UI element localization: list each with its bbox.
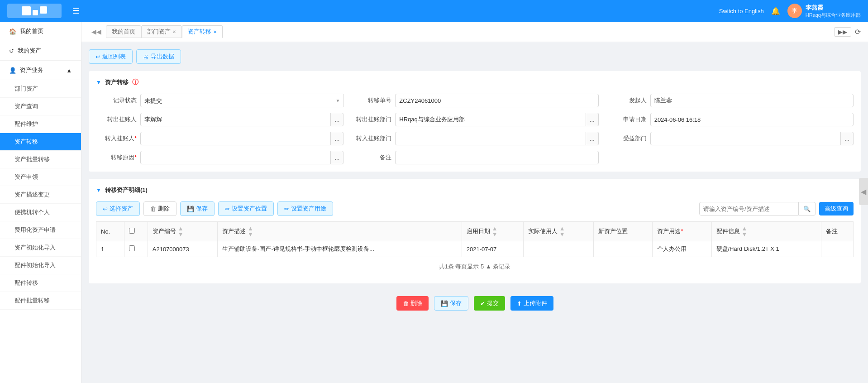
remark-input[interactable] (395, 151, 598, 164)
set-usage-button[interactable]: ✏ 设置资产用途 (277, 201, 333, 216)
initiator-input[interactable] (650, 94, 854, 107)
select-all-checkbox[interactable] (129, 228, 135, 234)
select-asset-button[interactable]: ↩ 选择资产 (96, 201, 140, 216)
section-collapse-icon[interactable]: ▼ (96, 79, 101, 86)
sidebar-item-init-import[interactable]: 资产初始化导入 (0, 239, 81, 257)
set-location-button[interactable]: ✏ 设置资产位置 (218, 201, 274, 216)
sidebar-item-portable-personal[interactable]: 便携机转个人 (0, 204, 81, 221)
user-info[interactable]: 李 李燕霞 HRaqq与综合业务应用部 (787, 4, 861, 19)
benefit-dept-wrapper: ... (650, 132, 854, 145)
header-right: Switch to English 🔔 李 李燕霞 HRaqq与综合业务应用部 (719, 4, 861, 19)
sidebar-item-my-assets[interactable]: ↺ 我的资产 (0, 41, 81, 61)
right-side-handle[interactable]: ◀ (859, 178, 868, 205)
form-row-transfer-in-account: 转入挂账人 ... (96, 132, 343, 145)
th-remark: 备注 (821, 222, 853, 241)
sidebar-item-accessory-import[interactable]: 配件初始化导入 (0, 257, 81, 274)
hamburger-icon[interactable]: ☰ (72, 6, 80, 16)
transfer-reason-ellipsis-button[interactable]: ... (331, 151, 343, 164)
benefit-dept-label: 受益部门 (606, 134, 647, 143)
asset-transfer-form-section: ▼ 资产转移 ⓘ 记录状态 未提交 (89, 71, 861, 172)
breadcrumb-back-button[interactable]: ◀◀ (89, 27, 104, 36)
breadcrumb-tab-transfer-close[interactable]: ✕ (213, 29, 217, 34)
sidebar-item-asset-claim[interactable]: 资产申领 (0, 168, 81, 186)
transfer-reason-input[interactable] (140, 151, 331, 164)
transfer-in-account-input[interactable] (140, 132, 331, 145)
th-actual-user: 实际使用人▲▼ (523, 222, 594, 241)
advanced-search-button[interactable]: 高级查询 (819, 202, 854, 215)
breadcrumb-tab-home[interactable]: 我的首页 (106, 25, 141, 38)
transfer-out-dept-input[interactable] (395, 113, 586, 126)
search-input[interactable] (699, 202, 799, 215)
sidebar-item-asset-query[interactable]: 资产查询 (0, 98, 81, 115)
record-status-wrapper: 未提交 (140, 94, 343, 107)
td-asset-desc: 生产辅助设备-国产-详见规格书-手动中框轮廓度检测设备... (218, 241, 462, 257)
bottom-submit-button[interactable]: ✔ 提交 (474, 296, 505, 311)
breadcrumb-tab-dept-close[interactable]: ✕ (172, 29, 176, 34)
sidebar-item-accessory-transfer[interactable]: 配件转移 (0, 274, 81, 292)
set-location-icon: ✏ (225, 206, 230, 212)
per-page-down-icon[interactable]: ▲ (486, 263, 491, 270)
breadcrumb-tab-dept[interactable]: 部门资产 ✕ (141, 25, 182, 38)
transfer-out-dept-wrapper: ... (395, 113, 598, 126)
th-asset-desc: 资产描述▲▼ (218, 222, 462, 241)
search-button[interactable]: 🔍 (799, 202, 816, 215)
back-list-button[interactable]: ↩ 返回列表 (89, 49, 133, 64)
delete-row-button[interactable]: 🗑 删除 (143, 201, 176, 216)
export-data-button[interactable]: 🖨 导出数据 (136, 49, 181, 64)
save-table-button[interactable]: 💾 保存 (180, 201, 215, 216)
benefit-dept-ellipsis-button[interactable]: ... (841, 132, 854, 145)
pagination: 共1条 每页显示 5 ▲ 条记录 (96, 257, 854, 276)
notification-bell-icon[interactable]: 🔔 (771, 7, 780, 15)
sidebar-item-cost-apply[interactable]: 费用化资产申请 (0, 221, 81, 239)
record-status-select[interactable]: 未提交 (140, 94, 343, 107)
td-no: 1 (96, 241, 124, 257)
sort-icon-enable-date: ▲▼ (492, 225, 498, 237)
bottom-save-button[interactable]: 💾 保存 (434, 296, 468, 311)
transfer-reason-wrapper: ... (140, 151, 343, 164)
transfer-out-account-input[interactable] (140, 113, 331, 126)
apply-date-input[interactable] (650, 113, 854, 126)
sort-icon-asset-no: ▲▼ (178, 225, 184, 237)
transfer-out-account-ellipsis-button[interactable]: ... (331, 113, 343, 126)
logo-block-1 (22, 6, 31, 15)
sidebar-item-accessory-maintain[interactable]: 配件维护 (0, 115, 81, 133)
bottom-upload-button[interactable]: ⬆ 上传附件 (510, 296, 553, 311)
transfer-no-input[interactable] (395, 94, 598, 107)
sidebar-item-label-asset-transfer: 资产转移 (14, 138, 38, 146)
per-page-label: 每页显示 (455, 263, 479, 270)
sidebar-item-asset-transfer[interactable]: 资产转移 (0, 133, 81, 151)
benefit-dept-input[interactable] (650, 132, 841, 145)
bottom-delete-icon: 🗑 (403, 300, 409, 307)
sidebar-item-batch-transfer[interactable]: 资产批量转移 (0, 151, 81, 168)
sidebar-item-asset-business[interactable]: 👤 资产业务 ▲ (0, 61, 81, 80)
form-section-title: ▼ 资产转移 ⓘ (96, 78, 854, 86)
breadcrumb-right: ▶▶ ⟳ (834, 27, 861, 37)
transfer-in-account-ellipsis-button[interactable]: ... (331, 132, 343, 145)
transfer-in-dept-label: 转入挂账部门 (351, 134, 391, 143)
sidebar-item-desc-change[interactable]: 资产描述变更 (0, 186, 81, 204)
nav-forward-button[interactable]: ▶▶ (834, 27, 851, 37)
transfer-in-dept-ellipsis-button[interactable]: ... (586, 132, 599, 145)
transfer-out-dept-ellipsis-button[interactable]: ... (586, 113, 599, 126)
td-actual-user (523, 241, 594, 257)
asset-business-icon: 👤 (9, 67, 16, 74)
td-accessory-info: 硬盘/Hard Disk/1.2T X 1 (711, 241, 821, 257)
sidebar-item-accessory-batch[interactable]: 配件批量转移 (0, 292, 81, 310)
bottom-delete-button[interactable]: 🗑 删除 (396, 296, 429, 311)
row-checkbox[interactable] (129, 245, 135, 251)
user-name: 李燕霞 (806, 4, 861, 12)
sidebar-item-home[interactable]: 🏠 我的首页 (0, 22, 81, 41)
form-row-record-status: 记录状态 未提交 (96, 94, 343, 107)
switch-lang-button[interactable]: Switch to English (719, 8, 764, 14)
breadcrumb-tab-transfer[interactable]: 资产转移 ✕ (182, 25, 223, 38)
header-left: ☰ (7, 4, 80, 18)
sort-icon-actual-user: ▲▼ (559, 225, 565, 237)
refresh-button[interactable]: ⟳ (855, 27, 861, 37)
sidebar-item-dept-assets[interactable]: 部门资产 (0, 80, 81, 98)
user-dept: HRaqq与综合业务应用部 (806, 12, 861, 19)
table-toolbar-left: ↩ 选择资产 🗑 删除 💾 保存 ✏ 设置资 (96, 201, 333, 216)
detail-section-collapse-icon[interactable]: ▼ (96, 187, 101, 193)
sidebar-item-label-my-assets: 我的资产 (18, 47, 41, 55)
transfer-in-dept-input[interactable] (395, 132, 586, 145)
avatar: 李 (787, 4, 802, 18)
